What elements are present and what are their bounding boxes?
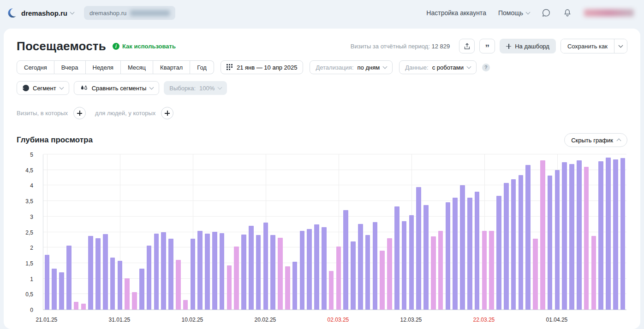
- depth-bar[interactable]: [132, 292, 137, 310]
- depth-bar[interactable]: [59, 272, 64, 310]
- depth-bar[interactable]: [438, 231, 443, 310]
- depth-bar[interactable]: [416, 187, 421, 310]
- depth-bar[interactable]: [402, 221, 407, 310]
- depth-bar[interactable]: [168, 239, 173, 310]
- depth-bar[interactable]: [329, 271, 334, 310]
- save-as-button[interactable]: Сохранить как: [561, 39, 614, 53]
- chat-button[interactable]: [542, 8, 551, 18]
- notifications-button[interactable]: [563, 8, 572, 18]
- depth-bar[interactable]: [387, 238, 392, 310]
- date-range-picker[interactable]: 21 янв — 10 апр 2025: [221, 60, 304, 74]
- counter-selector[interactable]: dremashop.ru: [21, 9, 74, 17]
- depth-bar[interactable]: [285, 266, 290, 310]
- counter-chip[interactable]: dremashop.ru: [84, 6, 175, 20]
- compare-segments-dropdown[interactable]: Сравнить сегменты: [74, 81, 160, 95]
- depth-bar[interactable]: [45, 255, 50, 310]
- preset-month[interactable]: Месяц: [121, 60, 153, 74]
- preset-quarter[interactable]: Квартал: [153, 60, 190, 74]
- depth-bar[interactable]: [220, 233, 225, 310]
- depth-bar[interactable]: [496, 196, 501, 310]
- blurred-user-info[interactable]: [584, 9, 634, 17]
- depth-bar[interactable]: [577, 160, 582, 310]
- depth-bar[interactable]: [234, 247, 239, 310]
- preset-year[interactable]: Год: [190, 60, 214, 74]
- help-menu[interactable]: Помощь: [498, 9, 530, 17]
- depth-bar[interactable]: [562, 162, 567, 310]
- depth-bar[interactable]: [270, 235, 275, 310]
- data-mode-dropdown[interactable]: Данные: с роботами: [399, 60, 477, 74]
- depth-bar[interactable]: [66, 246, 72, 310]
- depth-bar[interactable]: [591, 236, 596, 310]
- depth-bar[interactable]: [540, 160, 545, 310]
- preset-week[interactable]: Неделя: [86, 60, 121, 74]
- depth-bar[interactable]: [191, 239, 196, 310]
- depth-bar[interactable]: [205, 234, 210, 310]
- depth-bar[interactable]: [620, 158, 626, 310]
- metrica-logo-icon[interactable]: [6, 8, 17, 18]
- depth-bar[interactable]: [212, 232, 217, 310]
- depth-bar[interactable]: [74, 302, 79, 310]
- depth-bar[interactable]: [322, 227, 327, 310]
- add-visits-filter-button[interactable]: [73, 107, 86, 119]
- depth-bar[interactable]: [241, 235, 246, 310]
- depth-bar[interactable]: [125, 278, 130, 310]
- depth-bar[interactable]: [446, 202, 451, 310]
- depth-bar[interactable]: [467, 198, 472, 310]
- depth-bar[interactable]: [475, 192, 480, 310]
- depth-bar[interactable]: [154, 234, 159, 310]
- depth-bar[interactable]: [519, 175, 524, 310]
- hide-chart-button[interactable]: Скрыть график: [564, 133, 627, 147]
- depth-bar[interactable]: [555, 170, 560, 310]
- depth-bar[interactable]: [103, 234, 108, 310]
- sampling-dropdown[interactable]: Выборка: 100%: [164, 81, 227, 95]
- depth-bar[interactable]: [118, 261, 123, 310]
- account-settings-link[interactable]: Настройка аккаунта: [426, 9, 486, 17]
- depth-bar[interactable]: [263, 223, 268, 310]
- depth-bar[interactable]: [533, 239, 538, 310]
- add-to-dashboard-button[interactable]: На дашборд: [500, 39, 556, 53]
- depth-bar[interactable]: [584, 167, 589, 310]
- depth-bar[interactable]: [307, 229, 312, 310]
- depth-bar[interactable]: [431, 236, 436, 310]
- depth-bar[interactable]: [504, 183, 509, 310]
- depth-bar[interactable]: [358, 224, 363, 310]
- depth-bar[interactable]: [314, 224, 319, 310]
- depth-bar[interactable]: [423, 205, 429, 310]
- depth-bar[interactable]: [183, 300, 188, 310]
- depth-bar[interactable]: [52, 269, 57, 310]
- depth-bar[interactable]: [95, 238, 101, 310]
- depth-bar[interactable]: [482, 231, 487, 310]
- help-question-icon[interactable]: ?: [482, 64, 490, 71]
- depth-bar[interactable]: [256, 235, 261, 310]
- depth-bar[interactable]: [300, 231, 305, 310]
- depth-bar[interactable]: [197, 231, 203, 310]
- how-to-use-link[interactable]: i Как использовать: [113, 43, 176, 50]
- depth-bar[interactable]: [489, 231, 494, 310]
- depth-bar[interactable]: [139, 269, 144, 310]
- depth-bar[interactable]: [394, 206, 400, 310]
- share-button[interactable]: [459, 39, 475, 53]
- depth-bar[interactable]: [525, 165, 531, 310]
- depth-bar[interactable]: [613, 159, 618, 310]
- depth-bar[interactable]: [227, 265, 232, 310]
- depth-bar[interactable]: [249, 226, 254, 310]
- depth-bar[interactable]: [569, 164, 574, 310]
- preset-yesterday[interactable]: Вчера: [54, 60, 86, 74]
- depth-bar[interactable]: [343, 210, 348, 310]
- depth-bar[interactable]: [147, 246, 152, 310]
- depth-bar[interactable]: [278, 238, 283, 310]
- depth-bar[interactable]: [110, 258, 115, 310]
- add-people-filter-button[interactable]: [161, 107, 173, 119]
- depth-bar[interactable]: [511, 179, 516, 310]
- depth-bar[interactable]: [460, 185, 465, 310]
- depth-bar[interactable]: [336, 247, 341, 310]
- depth-bar[interactable]: [453, 198, 458, 310]
- save-as-menu-toggle[interactable]: [614, 39, 627, 53]
- depth-bar[interactable]: [365, 235, 370, 310]
- depth-bar[interactable]: [373, 222, 378, 310]
- depth-bar[interactable]: [409, 215, 414, 310]
- depth-bar[interactable]: [81, 304, 86, 310]
- depth-bar[interactable]: [292, 262, 298, 310]
- depth-bar[interactable]: [176, 260, 181, 310]
- segment-dropdown[interactable]: Сегмент: [17, 81, 69, 95]
